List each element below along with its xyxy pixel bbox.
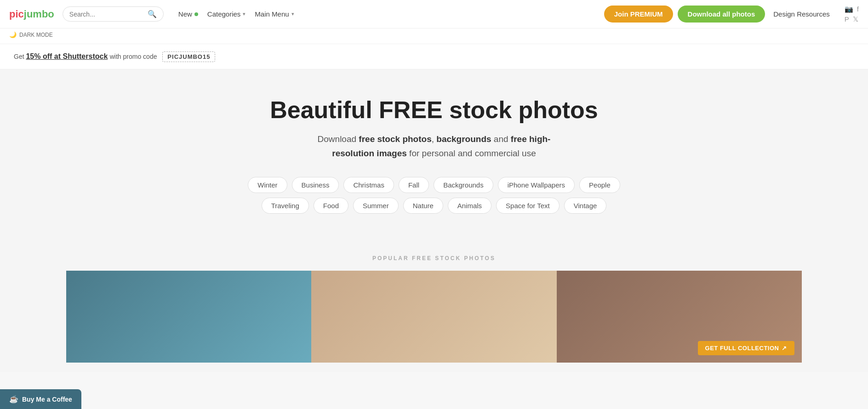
instagram-icon[interactable]: 📷 xyxy=(845,5,853,13)
subtitle-bold1: free stock photos xyxy=(359,134,431,144)
category-pill-backgrounds[interactable]: Backgrounds xyxy=(434,177,493,193)
hero-subtitle: Download free stock photos, backgrounds … xyxy=(305,132,563,160)
subtitle-plain2: , xyxy=(432,134,437,144)
category-pill-vintage[interactable]: Vintage xyxy=(564,198,607,214)
facebook-icon[interactable]: f xyxy=(857,5,859,13)
categories-caret: ▾ xyxy=(243,11,246,17)
join-premium-button[interactable]: Join PREMIUM xyxy=(604,6,673,23)
nav-links: New Categories ▾ Main Menu ▾ xyxy=(175,7,298,21)
download-all-button[interactable]: Download all photos xyxy=(678,6,765,23)
shutterstock-link[interactable]: 15% off at Shutterstock xyxy=(26,52,108,60)
nav-categories-label: Categories xyxy=(207,10,241,18)
search-button[interactable]: 🔍 xyxy=(148,10,157,18)
moon-icon: 🌙 xyxy=(9,31,17,38)
promo-section: Get 15% off at Shutterstock with promo c… xyxy=(0,44,868,69)
hero-section: Beautiful FREE stock photos Download fre… xyxy=(0,69,868,232)
get-full-label: GET FULL COLLECTION xyxy=(705,345,779,352)
nav-main-menu[interactable]: Main Menu ▾ xyxy=(251,7,297,21)
main-menu-caret: ▾ xyxy=(291,11,294,17)
social-icons: 📷 f P 𝕏 xyxy=(845,5,859,23)
get-full-collection-button[interactable]: GET FULL COLLECTION ↗ xyxy=(698,341,794,355)
category-pill-christmas[interactable]: Christmas xyxy=(343,177,394,193)
dark-mode-bar: 🌙 DARK MODE xyxy=(0,28,868,44)
subtitle-bold2: backgrounds xyxy=(436,134,491,144)
nav-new[interactable]: New xyxy=(175,7,202,21)
search-wrap: 🔍 xyxy=(63,6,164,22)
nav-main-menu-label: Main Menu xyxy=(255,10,289,18)
category-pill-fall[interactable]: Fall xyxy=(399,177,429,193)
photo-card-3[interactable]: GET FULL COLLECTION ↗ xyxy=(557,271,802,363)
category-pill-food[interactable]: Food xyxy=(314,198,348,214)
subtitle-plain3: and xyxy=(491,134,511,144)
dark-mode-toggle[interactable]: 🌙 DARK MODE xyxy=(9,31,53,38)
photo-grid: GET FULL COLLECTION ↗ xyxy=(66,271,802,363)
photo-card-1[interactable] xyxy=(66,271,311,363)
external-link-icon: ↗ xyxy=(782,345,787,352)
popular-section: POPULAR FREE STOCK PHOTOS GET FULL COLLE… xyxy=(0,232,868,372)
promo-text-before: Get xyxy=(14,53,26,60)
search-input[interactable] xyxy=(69,11,148,18)
dark-mode-label: DARK MODE xyxy=(19,32,53,38)
logo-pic: pic xyxy=(9,8,24,20)
design-resources-link[interactable]: Design Resources xyxy=(773,10,830,18)
nav-categories[interactable]: Categories ▾ xyxy=(204,7,250,21)
category-pill-people[interactable]: People xyxy=(579,177,620,193)
photo-2-inner xyxy=(311,271,556,363)
hero-title: Beautiful FREE stock photos xyxy=(9,97,859,123)
nav-new-label: New xyxy=(178,10,192,18)
pinterest-icon[interactable]: P xyxy=(845,15,849,23)
category-pill-business[interactable]: Business xyxy=(292,177,339,193)
popular-label: POPULAR FREE STOCK PHOTOS xyxy=(9,255,859,261)
social-row-top: 📷 f xyxy=(845,5,859,13)
twitter-icon[interactable]: 𝕏 xyxy=(853,15,858,23)
category-pill-space-for-text[interactable]: Space for Text xyxy=(496,198,560,214)
category-pill-iphone-wallpapers[interactable]: iPhone Wallpapers xyxy=(498,177,575,193)
logo-jumbo: jumbo xyxy=(24,8,54,20)
category-pill-nature[interactable]: Nature xyxy=(403,198,443,214)
promo-text-after: with promo code xyxy=(110,53,159,60)
social-row-bottom: P 𝕏 xyxy=(845,15,859,23)
category-pill-animals[interactable]: Animals xyxy=(448,198,491,214)
category-pill-summer[interactable]: Summer xyxy=(353,198,399,214)
promo-code: PICJUMBO15 xyxy=(162,51,215,62)
subtitle-plain4: for personal and commercial use xyxy=(407,148,536,158)
photo-1-inner xyxy=(66,271,311,363)
category-pill-traveling[interactable]: Traveling xyxy=(262,198,309,214)
category-pill-winter[interactable]: Winter xyxy=(248,177,287,193)
new-dot xyxy=(194,12,198,16)
logo[interactable]: picjumbo xyxy=(9,8,54,20)
navbar: picjumbo 🔍 New Categories ▾ Main Menu ▾ … xyxy=(0,0,868,28)
subtitle-plain1: Download xyxy=(318,134,359,144)
category-pills: WinterBusinessChristmasFallBackgroundsiP… xyxy=(227,177,641,214)
photo-card-2[interactable] xyxy=(311,271,556,363)
